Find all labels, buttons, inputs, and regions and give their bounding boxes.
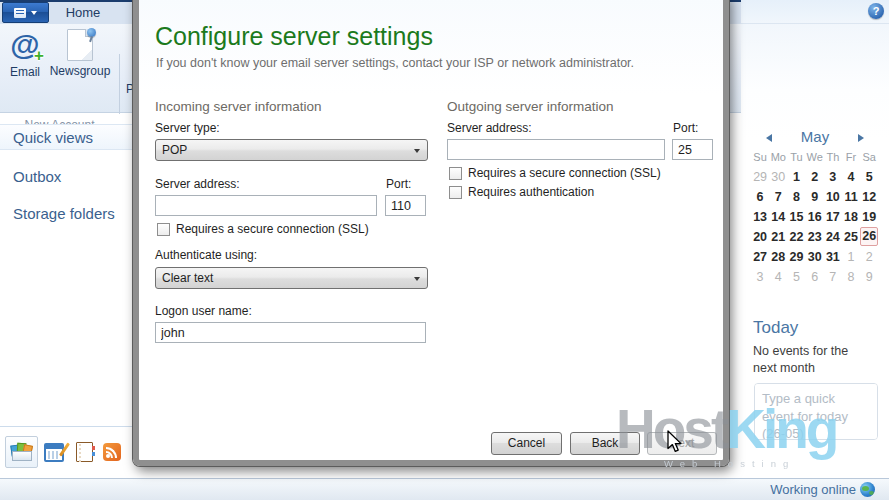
server-type-dropdown[interactable]: POP [155, 139, 428, 161]
calendar-day[interactable]: 3 [751, 267, 769, 287]
new-email-label: Email [10, 65, 40, 79]
calendar-day[interactable]: 18 [842, 207, 860, 227]
logon-user-name-input[interactable] [155, 322, 426, 343]
calendar-day[interactable]: 30 [806, 247, 824, 267]
calendar-day[interactable]: 7 [824, 267, 842, 287]
calendar-day[interactable]: 21 [769, 227, 787, 247]
rss-feed-icon [103, 443, 121, 461]
contacts-shortcut-button[interactable] [72, 439, 96, 465]
help-icon[interactable]: ? [868, 3, 884, 19]
dialog-title: Configure server settings [155, 22, 433, 51]
outgoing-auth-row: Requires authentication [449, 185, 594, 199]
sidebar-item-quick-views[interactable]: Quick views [0, 124, 134, 150]
calendar-prev-button[interactable] [763, 132, 775, 144]
outgoing-ssl-label: Requires a secure connection (SSL) [468, 166, 661, 180]
sidebar-item-storage-folders[interactable]: Storage folders [0, 201, 134, 227]
quick-event-input[interactable] [754, 383, 878, 440]
outgoing-address-input[interactable] [447, 139, 665, 160]
calendar-day[interactable]: 15 [787, 207, 805, 227]
chevron-right-icon [858, 134, 864, 142]
calendar-day[interactable]: 29 [787, 247, 805, 267]
calendar-day[interactable]: 8 [842, 267, 860, 287]
sidebar-item-outbox[interactable]: Outbox [0, 164, 134, 190]
outgoing-section-heading: Outgoing server information [447, 99, 614, 114]
app-menu-button[interactable] [2, 2, 49, 23]
calendar-day[interactable]: 9 [806, 187, 824, 207]
calendar-day[interactable]: 29 [751, 167, 769, 187]
calendar-day[interactable]: 2 [860, 247, 878, 267]
plus-icon: + [34, 47, 44, 64]
calendar-day[interactable]: 30 [769, 167, 787, 187]
calendar-day-header: Fr [842, 151, 860, 163]
calendar-day[interactable]: 3 [824, 167, 842, 187]
calendar-day[interactable]: 25 [842, 227, 860, 247]
calendar-shortcut-button[interactable] [42, 439, 66, 465]
chevron-left-icon [766, 134, 772, 142]
back-button[interactable]: Back [570, 432, 640, 455]
calendar-day[interactable]: 12 [860, 187, 878, 207]
authenticate-label: Authenticate using: [155, 248, 257, 262]
logon-label: Logon user name: [155, 304, 252, 318]
authenticate-dropdown[interactable]: Clear text [155, 267, 428, 289]
chevron-down-icon [31, 11, 37, 15]
calendar-day[interactable]: 22 [787, 227, 805, 247]
calendar-day[interactable]: 19 [860, 207, 878, 227]
calendar-day[interactable]: 8 [787, 187, 805, 207]
calendar-day[interactable]: 16 [806, 207, 824, 227]
calendar-day[interactable]: 27 [751, 247, 769, 267]
calendar-grid: 2930123456789101112131415161718192021222… [751, 167, 881, 287]
cancel-button[interactable]: Cancel [491, 432, 562, 455]
mail-shortcut-button[interactable] [5, 436, 38, 468]
today-message: No events for the next month [753, 343, 875, 377]
tab-home[interactable]: Home [52, 2, 114, 24]
calendar-day[interactable]: 24 [824, 227, 842, 247]
calendar-day[interactable]: 28 [769, 247, 787, 267]
calendar-day[interactable]: 17 [824, 207, 842, 227]
calendar-day[interactable]: 6 [806, 267, 824, 287]
calendar-day[interactable]: 9 [860, 267, 878, 287]
calendar-day[interactable]: 10 [824, 187, 842, 207]
calendar-day-headers: SuMoTuWeThFrSa [751, 151, 881, 163]
newsgroup-page-icon [67, 29, 93, 61]
contacts-icon [76, 442, 93, 462]
calendar-day-today[interactable]: 26 [860, 227, 878, 246]
panel-divider [741, 23, 889, 24]
calendar-day[interactable]: 1 [842, 247, 860, 267]
calendar-day[interactable]: 1 [787, 167, 805, 187]
incoming-port-label: Port: [386, 177, 411, 191]
outgoing-auth-checkbox[interactable] [449, 186, 462, 199]
incoming-port-input[interactable] [385, 195, 426, 216]
next-button[interactable]: Next [647, 432, 717, 455]
calendar-day[interactable]: 6 [751, 187, 769, 207]
calendar-day[interactable]: 14 [769, 207, 787, 227]
calendar-day[interactable]: 31 [824, 247, 842, 267]
calendar-day[interactable]: 5 [787, 267, 805, 287]
server-type-label: Server type: [155, 121, 220, 135]
calendar-next-button[interactable] [855, 132, 867, 144]
incoming-ssl-checkbox[interactable] [157, 223, 170, 236]
outgoing-ssl-checkbox[interactable] [449, 167, 462, 180]
incoming-address-label: Server address: [155, 177, 240, 191]
calendar-day[interactable]: 4 [842, 167, 860, 187]
app-window: Home @ + Email Newsgroup P New Account Q… [0, 0, 889, 500]
calendar-day[interactable]: 11 [842, 187, 860, 207]
calendar-day[interactable]: 2 [806, 167, 824, 187]
calendar-day[interactable]: 7 [769, 187, 787, 207]
authenticate-value: Clear text [162, 271, 213, 285]
chevron-down-icon [414, 149, 420, 153]
calendar-day[interactable]: 5 [860, 167, 878, 187]
mail-icon [11, 443, 33, 461]
outgoing-port-label: Port: [673, 121, 698, 135]
feeds-shortcut-button[interactable] [100, 439, 124, 465]
status-bar: Working online [0, 478, 889, 500]
calendar-day[interactable]: 4 [769, 267, 787, 287]
incoming-ssl-row: Requires a secure connection (SSL) [157, 222, 369, 236]
configure-server-settings-dialog: Configure server settings If you don't k… [133, 0, 729, 466]
newsgroup-button[interactable]: Newsgroup [46, 28, 114, 92]
outgoing-port-input[interactable] [672, 139, 713, 160]
calendar-day[interactable]: 23 [806, 227, 824, 247]
new-email-button[interactable]: @ + Email [6, 28, 44, 92]
incoming-address-input[interactable] [155, 195, 377, 216]
calendar-day[interactable]: 13 [751, 207, 769, 227]
calendar-day[interactable]: 20 [751, 227, 769, 247]
